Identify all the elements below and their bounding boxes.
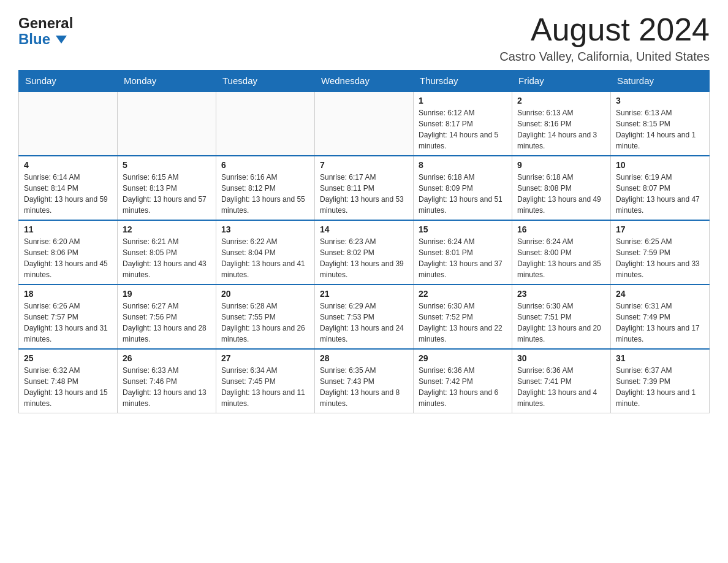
day-number: 29 xyxy=(419,353,507,363)
day-info: Sunrise: 6:13 AMSunset: 8:16 PMDaylight:… xyxy=(517,107,605,151)
calendar-cell: 12Sunrise: 6:21 AMSunset: 8:05 PMDayligh… xyxy=(118,220,216,285)
logo-blue: Blue xyxy=(18,31,73,47)
day-info: Sunrise: 6:22 AMSunset: 8:04 PMDaylight:… xyxy=(221,236,309,280)
calendar-week-2: 4Sunrise: 6:14 AMSunset: 8:14 PMDaylight… xyxy=(19,156,710,220)
day-info: Sunrise: 6:18 AMSunset: 8:09 PMDaylight:… xyxy=(419,172,507,216)
calendar-cell: 29Sunrise: 6:36 AMSunset: 7:42 PMDayligh… xyxy=(414,349,512,413)
day-info: Sunrise: 6:26 AMSunset: 7:57 PMDaylight:… xyxy=(24,301,112,345)
day-number: 17 xyxy=(616,224,704,234)
calendar-cell: 4Sunrise: 6:14 AMSunset: 8:14 PMDaylight… xyxy=(19,156,118,220)
title-area: August 2024 Castro Valley, California, U… xyxy=(499,12,710,64)
calendar-header-tuesday: Tuesday xyxy=(216,71,315,92)
day-number: 19 xyxy=(123,289,211,299)
calendar-cell xyxy=(315,91,414,156)
day-info: Sunrise: 6:15 AMSunset: 8:13 PMDaylight:… xyxy=(123,172,211,216)
day-number: 2 xyxy=(517,96,605,105)
day-number: 24 xyxy=(616,289,704,299)
day-number: 27 xyxy=(221,353,309,363)
day-number: 30 xyxy=(517,353,605,363)
calendar-cell xyxy=(118,91,216,156)
calendar-cell: 30Sunrise: 6:36 AMSunset: 7:41 PMDayligh… xyxy=(512,349,611,413)
calendar-cell: 9Sunrise: 6:18 AMSunset: 8:08 PMDaylight… xyxy=(512,156,611,220)
calendar-week-4: 18Sunrise: 6:26 AMSunset: 7:57 PMDayligh… xyxy=(19,285,710,349)
calendar-cell: 1Sunrise: 6:12 AMSunset: 8:17 PMDaylight… xyxy=(414,91,512,156)
day-info: Sunrise: 6:25 AMSunset: 7:59 PMDaylight:… xyxy=(616,236,704,280)
calendar-cell: 8Sunrise: 6:18 AMSunset: 8:09 PMDaylight… xyxy=(414,156,512,220)
day-info: Sunrise: 6:35 AMSunset: 7:43 PMDaylight:… xyxy=(320,365,408,409)
day-info: Sunrise: 6:37 AMSunset: 7:39 PMDaylight:… xyxy=(616,365,704,409)
day-number: 25 xyxy=(24,353,112,363)
calendar-header-row: SundayMondayTuesdayWednesdayThursdayFrid… xyxy=(19,71,710,92)
day-number: 14 xyxy=(320,224,408,234)
page-header: General Blue August 2024 Castro Valley, … xyxy=(18,12,710,64)
day-info: Sunrise: 6:36 AMSunset: 7:41 PMDaylight:… xyxy=(517,365,605,409)
day-number: 23 xyxy=(517,289,605,299)
day-info: Sunrise: 6:34 AMSunset: 7:45 PMDaylight:… xyxy=(221,365,309,409)
day-info: Sunrise: 6:18 AMSunset: 8:08 PMDaylight:… xyxy=(517,172,605,216)
day-number: 12 xyxy=(123,224,211,234)
calendar-cell: 15Sunrise: 6:24 AMSunset: 8:01 PMDayligh… xyxy=(414,220,512,285)
calendar-cell: 20Sunrise: 6:28 AMSunset: 7:55 PMDayligh… xyxy=(216,285,315,349)
day-number: 7 xyxy=(320,160,408,170)
day-info: Sunrise: 6:12 AMSunset: 8:17 PMDaylight:… xyxy=(419,107,507,151)
day-number: 6 xyxy=(221,160,309,170)
calendar-cell: 7Sunrise: 6:17 AMSunset: 8:11 PMDaylight… xyxy=(315,156,414,220)
day-number: 31 xyxy=(616,353,704,363)
calendar-cell: 11Sunrise: 6:20 AMSunset: 8:06 PMDayligh… xyxy=(19,220,118,285)
day-number: 22 xyxy=(419,289,507,299)
day-info: Sunrise: 6:13 AMSunset: 8:15 PMDaylight:… xyxy=(616,107,704,151)
day-info: Sunrise: 6:32 AMSunset: 7:48 PMDaylight:… xyxy=(24,365,112,409)
calendar-cell: 6Sunrise: 6:16 AMSunset: 8:12 PMDaylight… xyxy=(216,156,315,220)
day-number: 9 xyxy=(517,160,605,170)
calendar-cell: 22Sunrise: 6:30 AMSunset: 7:52 PMDayligh… xyxy=(414,285,512,349)
calendar-header-sunday: Sunday xyxy=(19,71,118,92)
calendar-header-friday: Friday xyxy=(512,71,611,92)
calendar-cell: 18Sunrise: 6:26 AMSunset: 7:57 PMDayligh… xyxy=(19,285,118,349)
calendar-week-5: 25Sunrise: 6:32 AMSunset: 7:48 PMDayligh… xyxy=(19,349,710,413)
calendar-cell: 14Sunrise: 6:23 AMSunset: 8:02 PMDayligh… xyxy=(315,220,414,285)
day-number: 5 xyxy=(123,160,211,170)
calendar-table: SundayMondayTuesdayWednesdayThursdayFrid… xyxy=(18,70,710,413)
day-info: Sunrise: 6:20 AMSunset: 8:06 PMDaylight:… xyxy=(24,236,112,280)
calendar-cell: 23Sunrise: 6:30 AMSunset: 7:51 PMDayligh… xyxy=(512,285,611,349)
calendar-cell: 26Sunrise: 6:33 AMSunset: 7:46 PMDayligh… xyxy=(118,349,216,413)
calendar-cell: 21Sunrise: 6:29 AMSunset: 7:53 PMDayligh… xyxy=(315,285,414,349)
day-info: Sunrise: 6:28 AMSunset: 7:55 PMDaylight:… xyxy=(221,301,309,345)
day-number: 18 xyxy=(24,289,112,299)
day-info: Sunrise: 6:30 AMSunset: 7:51 PMDaylight:… xyxy=(517,301,605,345)
calendar-cell: 27Sunrise: 6:34 AMSunset: 7:45 PMDayligh… xyxy=(216,349,315,413)
day-number: 1 xyxy=(419,96,507,105)
day-info: Sunrise: 6:23 AMSunset: 8:02 PMDaylight:… xyxy=(320,236,408,280)
location: Castro Valley, California, United States xyxy=(499,50,710,64)
calendar-cell: 25Sunrise: 6:32 AMSunset: 7:48 PMDayligh… xyxy=(19,349,118,413)
day-info: Sunrise: 6:36 AMSunset: 7:42 PMDaylight:… xyxy=(419,365,507,409)
day-info: Sunrise: 6:33 AMSunset: 7:46 PMDaylight:… xyxy=(123,365,211,409)
day-number: 13 xyxy=(221,224,309,234)
calendar-cell: 3Sunrise: 6:13 AMSunset: 8:15 PMDaylight… xyxy=(611,91,710,156)
day-info: Sunrise: 6:31 AMSunset: 7:49 PMDaylight:… xyxy=(616,301,704,345)
day-number: 3 xyxy=(616,96,704,105)
logo-triangle-icon xyxy=(56,36,67,44)
calendar-header-thursday: Thursday xyxy=(414,71,512,92)
calendar-cell: 13Sunrise: 6:22 AMSunset: 8:04 PMDayligh… xyxy=(216,220,315,285)
calendar-cell: 10Sunrise: 6:19 AMSunset: 8:07 PMDayligh… xyxy=(611,156,710,220)
day-info: Sunrise: 6:24 AMSunset: 8:01 PMDaylight:… xyxy=(419,236,507,280)
day-number: 8 xyxy=(419,160,507,170)
day-number: 15 xyxy=(419,224,507,234)
day-number: 20 xyxy=(221,289,309,299)
day-number: 16 xyxy=(517,224,605,234)
calendar-cell xyxy=(216,91,315,156)
calendar-week-3: 11Sunrise: 6:20 AMSunset: 8:06 PMDayligh… xyxy=(19,220,710,285)
day-info: Sunrise: 6:19 AMSunset: 8:07 PMDaylight:… xyxy=(616,172,704,216)
day-info: Sunrise: 6:16 AMSunset: 8:12 PMDaylight:… xyxy=(221,172,309,216)
calendar-cell: 24Sunrise: 6:31 AMSunset: 7:49 PMDayligh… xyxy=(611,285,710,349)
calendar-cell: 19Sunrise: 6:27 AMSunset: 7:56 PMDayligh… xyxy=(118,285,216,349)
calendar-header-saturday: Saturday xyxy=(611,71,710,92)
calendar-cell xyxy=(19,91,118,156)
logo-general: General xyxy=(18,15,73,31)
day-info: Sunrise: 6:14 AMSunset: 8:14 PMDaylight:… xyxy=(24,172,112,216)
calendar-header-wednesday: Wednesday xyxy=(315,71,414,92)
calendar-cell: 17Sunrise: 6:25 AMSunset: 7:59 PMDayligh… xyxy=(611,220,710,285)
calendar-cell: 31Sunrise: 6:37 AMSunset: 7:39 PMDayligh… xyxy=(611,349,710,413)
day-number: 11 xyxy=(24,224,112,234)
